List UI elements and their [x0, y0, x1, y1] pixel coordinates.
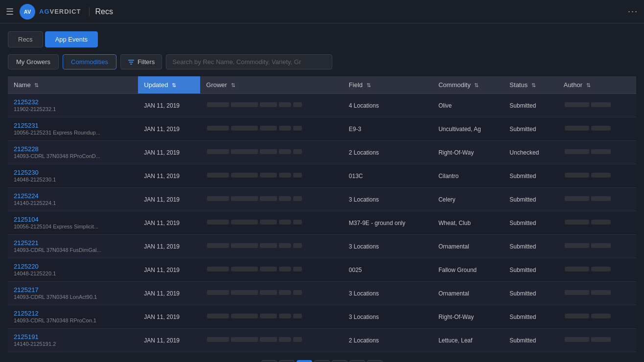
table-row: 212521714093-CDRL 37N0348 LonAct90.1JAN …: [8, 282, 636, 305]
table-header: Name ⇅ Updated ⇅ Grower ⇅ Field ⇅ Commod…: [8, 76, 636, 94]
cell-updated: JAN 11, 2019: [138, 188, 200, 211]
col-grower[interactable]: Grower ⇅: [200, 76, 343, 94]
cell-field: 3 Locations: [343, 235, 433, 258]
rec-id-link[interactable]: 2125220: [14, 263, 132, 270]
cell-updated: JAN 11, 2019: [138, 164, 200, 188]
table-row: 212523211902-2125232.1JAN 11, 20194 Loca…: [8, 94, 636, 117]
cell-name: 212522114093-CDRL 37N0348 FusDimGal...: [8, 235, 138, 258]
cell-commodity: Wheat, Club: [433, 211, 504, 235]
cell-status: Submitted: [504, 282, 557, 305]
cell-name: 212522414140-2125224.1: [8, 188, 138, 211]
cell-grower: [200, 235, 343, 258]
cell-author: [558, 164, 636, 188]
rec-id-link[interactable]: 2125232: [14, 98, 132, 106]
cell-grower: [200, 329, 343, 352]
cell-author: [558, 117, 636, 141]
cell-status: Submitted: [504, 305, 557, 329]
commodities-button[interactable]: Commodities: [63, 54, 116, 69]
cell-name: 212523211902-2125232.1: [8, 94, 138, 117]
col-field[interactable]: Field ⇅: [343, 76, 433, 94]
filters-button[interactable]: Filters: [120, 54, 162, 69]
col-updated[interactable]: Updated ⇅: [138, 76, 200, 94]
cell-status: Submitted: [504, 258, 557, 282]
cell-name: 212522814093-CDRL 37N0348 RProConD...: [8, 141, 138, 164]
topnav: ☰ AV AGVERDICT Recs ···: [0, 0, 644, 23]
cell-status: Submitted: [504, 117, 557, 141]
rec-id-link[interactable]: 2125212: [14, 310, 132, 317]
cell-commodity: Fallow Ground: [433, 258, 504, 282]
cell-name: 212522014048-2125220.1: [8, 258, 138, 282]
rec-sub-text: 10056-2125104 Express Simplicit...: [14, 224, 98, 229]
cell-author: [558, 258, 636, 282]
cell-field: 0025: [343, 258, 433, 282]
table-body: 212523211902-2125232.1JAN 11, 20194 Loca…: [8, 94, 636, 352]
cell-name: 212510410056-2125104 Express Simplicit..…: [8, 211, 138, 235]
hamburger-menu-icon[interactable]: ☰: [6, 6, 14, 17]
my-growers-button[interactable]: My Growers: [8, 54, 59, 69]
page-next-button[interactable]: ›: [349, 360, 365, 362]
cell-author: [558, 282, 636, 305]
page-first-button[interactable]: «: [261, 360, 277, 362]
cell-commodity: Cilantro: [433, 164, 504, 188]
cell-author: [558, 141, 636, 164]
rec-id-link[interactable]: 2125191: [14, 333, 132, 340]
cell-author: [558, 94, 636, 117]
rec-id-link[interactable]: 2125217: [14, 286, 132, 294]
page-1-button[interactable]: 1: [297, 360, 312, 362]
cell-field: 3 Locations: [343, 282, 433, 305]
cell-grower: [200, 117, 343, 141]
cell-status: Submitted: [504, 94, 557, 117]
page-prev-button[interactable]: ‹: [279, 360, 295, 362]
cell-author: [558, 188, 636, 211]
table-row: 212519114140-2125191.2JAN 11, 20192 Loca…: [8, 329, 636, 352]
cell-updated: JAN 11, 2019: [138, 211, 200, 235]
cell-field: 3 Locations: [343, 188, 433, 211]
col-author[interactable]: Author ⇅: [558, 76, 636, 94]
page-2-button[interactable]: 2: [314, 360, 330, 362]
rec-id-link[interactable]: 2125231: [14, 122, 132, 129]
recs-table: Name ⇅ Updated ⇅ Grower ⇅ Field ⇅ Commod…: [8, 76, 636, 352]
page-3-button[interactable]: 3: [332, 360, 347, 362]
search-input[interactable]: [166, 54, 332, 69]
cell-status: Submitted: [504, 235, 557, 258]
rec-sub-text: 11902-2125232.1: [14, 106, 56, 112]
more-options-button[interactable]: ···: [628, 6, 638, 17]
cell-field: 2 Locations: [343, 141, 433, 164]
cell-name: 212521214093-CDRL 37N0348 RProCon.1: [8, 305, 138, 329]
rec-id-link[interactable]: 2125221: [14, 239, 132, 247]
cell-grower: [200, 305, 343, 329]
col-name[interactable]: Name ⇅: [8, 76, 138, 94]
cell-field: 013C: [343, 164, 433, 188]
tab-recs[interactable]: Recs: [8, 31, 43, 47]
rec-id-link[interactable]: 2125224: [14, 192, 132, 200]
table-row: 212522014048-2125220.1JAN 11, 20190025Fa…: [8, 258, 636, 282]
app-title: Recs: [89, 7, 113, 16]
rec-id-link[interactable]: 2125228: [14, 145, 132, 153]
rec-sub-text: 14140-2125224.1: [14, 200, 56, 206]
cell-field: 3 Locations: [343, 305, 433, 329]
cell-updated: JAN 11, 2019: [138, 305, 200, 329]
rec-sub-text: 14093-CDRL 37N0348 RProConD...: [14, 153, 100, 159]
cell-status: Submitted: [504, 164, 557, 188]
cell-author: [558, 305, 636, 329]
cell-author: [558, 329, 636, 352]
rec-sub-text: 14093-CDRL 37N0348 RProCon.1: [14, 317, 96, 323]
cell-grower: [200, 141, 343, 164]
rec-sub-text: 14093-CDRL 37N0348 FusDimGal...: [14, 247, 101, 253]
cell-updated: JAN 11, 2019: [138, 329, 200, 352]
col-status[interactable]: Status ⇅: [504, 76, 557, 94]
tab-row: Recs App Events: [8, 31, 636, 47]
cell-updated: JAN 11, 2019: [138, 258, 200, 282]
col-commodity[interactable]: Commodity ⇅: [433, 76, 504, 94]
cell-name: 212519114140-2125191.2: [8, 329, 138, 352]
cell-status: Submitted: [504, 211, 557, 235]
tab-app-events[interactable]: App Events: [45, 31, 98, 47]
cell-updated: JAN 11, 2019: [138, 282, 200, 305]
logo-area: AV AGVERDICT: [20, 4, 81, 20]
cell-updated: JAN 11, 2019: [138, 141, 200, 164]
logo-text: AGVERDICT: [39, 8, 81, 15]
cell-author: [558, 235, 636, 258]
page-last-button[interactable]: »: [367, 360, 383, 362]
rec-id-link[interactable]: 2125104: [14, 216, 132, 223]
rec-id-link[interactable]: 2125230: [14, 169, 132, 176]
